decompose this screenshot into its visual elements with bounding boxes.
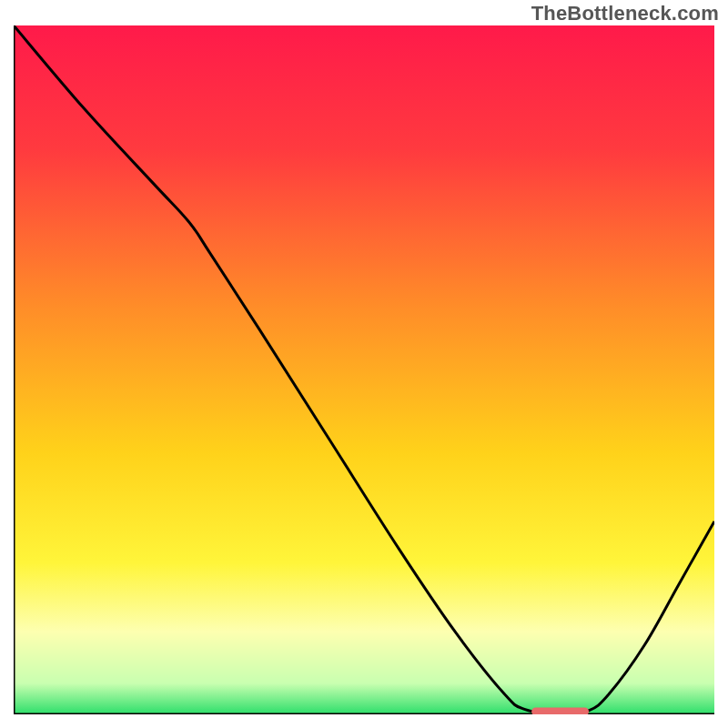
watermark-text: TheBottleneck.com <box>531 2 719 25</box>
chart-svg <box>14 25 714 714</box>
chart-background-gradient <box>14 25 714 714</box>
chart-plot-area <box>14 25 714 714</box>
chart-container: TheBottleneck.com <box>0 0 728 728</box>
